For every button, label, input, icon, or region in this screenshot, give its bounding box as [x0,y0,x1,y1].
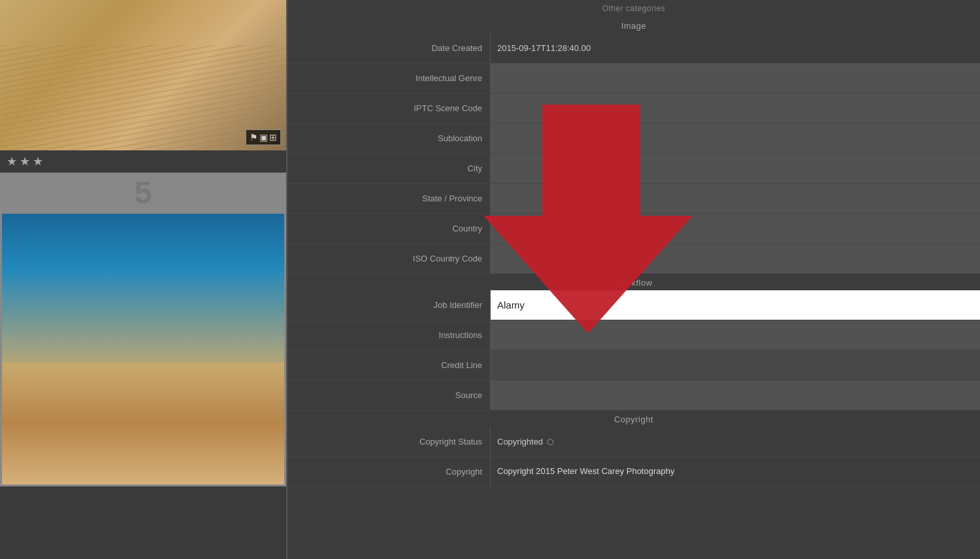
star-2: ★ [20,154,30,169]
label-iptc-scene-code: IPTC Scene Code [287,93,490,123]
section-copyright-header: Copyright [287,411,980,427]
label-job-identifier: Job Identifier [287,290,490,320]
field-row-date-created: Date Created 2015-09-17T11:28:40.00 [287,33,980,63]
top-partial-label: Other categories [287,3,980,17]
field-row-copyright: Copyright Copyright 2015 Peter West Care… [287,457,980,487]
divider-number: 5 [0,173,286,212]
stars-row: ★ ★ ★ [0,150,286,173]
value-state-province[interactable] [490,184,980,213]
top-partial-section: Other categories [287,0,980,17]
value-iptc-scene-code[interactable] [490,93,980,123]
right-panel-wrapper: Other categories Image Date Created 2015… [287,0,980,559]
thumbnail-2 [0,212,286,486]
thumb1-toolbar[interactable]: ⚑ ▣ ⊞ [246,129,281,145]
label-city: City [287,154,490,183]
field-row-instructions: Instructions [287,320,980,350]
field-row-country: Country [287,214,980,244]
field-row-state-province: State / Province [287,184,980,214]
field-row-credit-line: Credit Line [287,350,980,381]
copyright-status-text: Copyrighted [497,437,543,447]
label-intellectual-genre: Intellectual Genre [287,63,490,93]
crop-icon[interactable]: ▣ [259,132,268,143]
value-source[interactable] [490,381,980,410]
star-1: ★ [7,154,17,169]
value-intellectual-genre[interactable] [490,63,980,93]
label-credit-line: Credit Line [287,350,490,380]
field-row-sublocation: Sublocation [287,124,980,154]
label-copyright: Copyright [287,457,490,486]
spinner-icon[interactable]: ⬡ [547,437,553,447]
value-iso-country-code[interactable] [490,244,980,273]
label-country: Country [287,214,490,243]
value-credit-line[interactable] [490,350,980,380]
value-copyright[interactable]: Copyright 2015 Peter West Carey Photogra… [490,457,980,486]
copyright-text: Copyright 2015 Peter West Carey Photogra… [497,466,674,477]
flag-icon[interactable]: ⚑ [250,132,258,143]
right-panel: Other categories Image Date Created 2015… [287,0,980,559]
adjust-icon[interactable]: ⊞ [269,132,277,143]
field-row-source: Source [287,381,980,411]
field-row-city: City [287,154,980,184]
field-row-intellectual-genre: Intellectual Genre [287,63,980,93]
value-date-created: 2015-09-17T11:28:40.00 [490,33,980,63]
label-sublocation: Sublocation [287,124,490,153]
field-row-iptc-scene-code: IPTC Scene Code [287,93,980,124]
label-state-province: State / Province [287,184,490,213]
label-source: Source [287,381,490,410]
section-workflow-header: Workflow [287,274,980,290]
field-row-iso-country-code: ISO Country Code [287,244,980,274]
left-panel: ⚑ ▣ ⊞ ★ ★ ★ 5 [0,0,287,559]
value-job-identifier[interactable]: Alamy [490,290,980,320]
value-country[interactable] [490,214,980,243]
section-image-header: Image [287,17,980,33]
field-row-copyright-status: Copyright Status Copyrighted ⬡ [287,427,980,457]
value-copyright-status[interactable]: Copyrighted ⬡ [490,427,980,456]
label-instructions: Instructions [287,320,490,350]
label-iso-country-code: ISO Country Code [287,244,490,273]
value-sublocation[interactable] [490,124,980,153]
thumb1-image: ⚑ ▣ ⊞ [0,0,286,150]
star-3: ★ [33,154,43,169]
label-date-created: Date Created [287,33,490,63]
field-row-job-identifier: Job Identifier Alamy [287,290,980,320]
value-city[interactable] [490,154,980,183]
value-instructions[interactable] [490,320,980,350]
label-copyright-status: Copyright Status [287,427,490,456]
thumbnail-1: ⚑ ▣ ⊞ ★ ★ ★ [0,0,286,173]
